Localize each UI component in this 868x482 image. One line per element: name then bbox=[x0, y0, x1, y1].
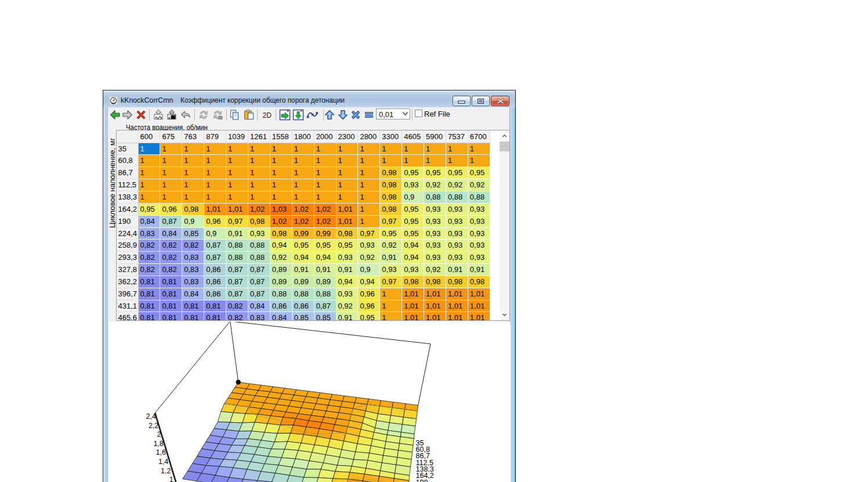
cell-r14-c10[interactable]: 0,95 bbox=[358, 312, 380, 321]
row-header-258,9[interactable]: 258,9 bbox=[117, 240, 139, 252]
cell-r10-c10[interactable]: 0,9 bbox=[358, 264, 380, 276]
cell-r7-c11[interactable]: 0,95 bbox=[380, 228, 402, 240]
cell-r10-c13[interactable]: 0,92 bbox=[424, 264, 446, 276]
cell-r12-c3[interactable]: 0,86 bbox=[204, 288, 226, 300]
cell-r3-c0[interactable]: 1 bbox=[139, 179, 161, 191]
cell-r5-c0[interactable]: 0,95 bbox=[139, 204, 161, 216]
cell-r6-c3[interactable]: 0,96 bbox=[204, 216, 226, 228]
cell-r11-c0[interactable]: 0,81 bbox=[139, 276, 161, 288]
row-header-35[interactable]: 35 bbox=[117, 143, 139, 155]
cell-r12-c9[interactable]: 0,93 bbox=[337, 288, 359, 300]
cell-r8-c1[interactable]: 0,82 bbox=[160, 240, 182, 252]
cell-r6-c13[interactable]: 0,93 bbox=[424, 216, 446, 228]
cell-r9-c8[interactable]: 0,94 bbox=[314, 252, 337, 264]
cell-r4-c10[interactable]: 1 bbox=[358, 191, 380, 204]
cell-r0-c6[interactable]: 1 bbox=[270, 143, 292, 155]
cell-r14-c5[interactable]: 0,83 bbox=[248, 312, 270, 321]
surface-3d-plot[interactable]: 2,42,221,81,61,41,213560,886,7112,5138,3… bbox=[108, 322, 511, 482]
cell-r8-c11[interactable]: 0,92 bbox=[380, 240, 402, 252]
cell-r6-c6[interactable]: 1,02 bbox=[270, 216, 292, 228]
cell-r11-c7[interactable]: 0,89 bbox=[292, 276, 314, 288]
cell-r5-c8[interactable]: 1,02 bbox=[314, 204, 337, 216]
cell-r12-c1[interactable]: 0,81 bbox=[160, 288, 182, 300]
cell-r6-c11[interactable]: 0,97 bbox=[380, 216, 402, 228]
cell-r11-c10[interactable]: 0,94 bbox=[358, 276, 380, 288]
cell-r14-c8[interactable]: 0,85 bbox=[314, 312, 337, 321]
col-header-879[interactable]: 879 bbox=[204, 131, 226, 143]
row-header-396,7[interactable]: 396,7 bbox=[117, 288, 139, 300]
cell-r1-c7[interactable]: 1 bbox=[292, 155, 314, 167]
cell-r10-c0[interactable]: 0,82 bbox=[139, 264, 161, 276]
cell-r10-c2[interactable]: 0,83 bbox=[182, 264, 204, 276]
col-header-2300[interactable]: 2300 bbox=[337, 131, 359, 143]
cell-r4-c2[interactable]: 1 bbox=[182, 191, 204, 204]
cell-r9-c6[interactable]: 0,92 bbox=[270, 252, 292, 264]
cell-r1-c4[interactable]: 1 bbox=[226, 155, 248, 167]
cell-r6-c4[interactable]: 0,97 bbox=[226, 216, 248, 228]
undo-arrow-button[interactable] bbox=[179, 108, 192, 121]
cell-r7-c9[interactable]: 0,98 bbox=[337, 228, 359, 240]
row-header-293,3[interactable]: 293,3 bbox=[117, 252, 139, 264]
cell-r1-c12[interactable]: 1 bbox=[402, 155, 424, 167]
cell-r9-c12[interactable]: 0,94 bbox=[402, 252, 424, 264]
cell-r7-c6[interactable]: 0,98 bbox=[270, 228, 292, 240]
cell-r6-c12[interactable]: 0,95 bbox=[402, 216, 424, 228]
cell-r14-c0[interactable]: 0,81 bbox=[139, 312, 161, 321]
cell-r4-c1[interactable]: 1 bbox=[160, 191, 182, 204]
cell-r1-c3[interactable]: 1 bbox=[204, 155, 226, 167]
equals-button[interactable] bbox=[363, 108, 375, 121]
cell-r13-c13[interactable]: 1,01 bbox=[424, 300, 446, 313]
cell-r7-c12[interactable]: 0,95 bbox=[402, 228, 424, 240]
cell-r11-c12[interactable]: 0,98 bbox=[402, 276, 424, 288]
cell-r0-c9[interactable]: 1 bbox=[337, 143, 359, 155]
cell-r1-c6[interactable]: 1 bbox=[270, 155, 292, 167]
cell-r11-c15[interactable]: 0,98 bbox=[468, 276, 490, 288]
surface-cell[interactable] bbox=[304, 469, 321, 478]
col-header-2000[interactable]: 2000 bbox=[314, 131, 337, 143]
surface-cell[interactable] bbox=[335, 465, 352, 472]
back-arrow-button[interactable] bbox=[108, 108, 121, 121]
cell-r2-c8[interactable]: 1 bbox=[314, 167, 337, 179]
cell-r9-c5[interactable]: 0,88 bbox=[248, 252, 270, 264]
cell-r11-c1[interactable]: 0,81 bbox=[160, 276, 182, 288]
row-header-138,3[interactable]: 138,3 bbox=[117, 191, 139, 204]
cell-r12-c11[interactable]: 1 bbox=[380, 288, 402, 300]
cell-r10-c15[interactable]: 0,91 bbox=[468, 264, 490, 276]
col-header-4605[interactable]: 4605 bbox=[402, 131, 424, 143]
cell-r1-c2[interactable]: 1 bbox=[182, 155, 204, 167]
cell-r5-c3[interactable]: 1,01 bbox=[204, 204, 226, 216]
row-header-465,6[interactable]: 465,6 bbox=[117, 312, 139, 321]
cell-r6-c5[interactable]: 0,98 bbox=[248, 216, 270, 228]
cell-r10-c1[interactable]: 0,82 bbox=[160, 264, 182, 276]
cell-r9-c13[interactable]: 0,93 bbox=[424, 252, 446, 264]
cell-r3-c9[interactable]: 1 bbox=[337, 179, 359, 191]
cell-r9-c9[interactable]: 0,93 bbox=[337, 252, 359, 264]
cell-r10-c6[interactable]: 0,89 bbox=[270, 264, 292, 276]
cell-r7-c5[interactable]: 0,93 bbox=[248, 228, 270, 240]
mode-2d-button[interactable]: 2D bbox=[263, 111, 272, 119]
surface-cell[interactable] bbox=[301, 477, 319, 482]
cell-r2-c6[interactable]: 1 bbox=[270, 167, 292, 179]
cell-r12-c5[interactable]: 0,87 bbox=[248, 288, 270, 300]
surface-cell[interactable] bbox=[331, 479, 348, 482]
cell-r10-c12[interactable]: 0,93 bbox=[402, 264, 424, 276]
cell-r4-c0[interactable]: 1 bbox=[139, 191, 161, 204]
row-header-327,8[interactable]: 327,8 bbox=[117, 264, 139, 276]
cell-r3-c2[interactable]: 1 bbox=[182, 179, 204, 191]
cell-r10-c11[interactable]: 0,93 bbox=[380, 264, 402, 276]
cell-r14-c4[interactable]: 0,82 bbox=[226, 312, 248, 321]
cell-r3-c13[interactable]: 0,92 bbox=[424, 179, 446, 191]
cell-r5-c13[interactable]: 0,93 bbox=[424, 204, 446, 216]
cell-r1-c10[interactable]: 1 bbox=[358, 155, 380, 167]
cell-r9-c3[interactable]: 0,87 bbox=[204, 252, 226, 264]
cell-r3-c10[interactable]: 1 bbox=[358, 179, 380, 191]
col-header-1558[interactable]: 1558 bbox=[270, 131, 292, 143]
cell-r0-c15[interactable]: 1 bbox=[468, 143, 490, 155]
col-header-675[interactable]: 675 bbox=[160, 131, 182, 143]
row-header-431,1[interactable]: 431,1 bbox=[117, 300, 139, 313]
cell-r9-c10[interactable]: 0,92 bbox=[358, 252, 380, 264]
cell-r2-c5[interactable]: 1 bbox=[248, 167, 270, 179]
cell-r8-c4[interactable]: 0,88 bbox=[226, 240, 248, 252]
cell-r8-c5[interactable]: 0,88 bbox=[248, 240, 270, 252]
cell-r0-c7[interactable]: 1 bbox=[292, 143, 314, 155]
